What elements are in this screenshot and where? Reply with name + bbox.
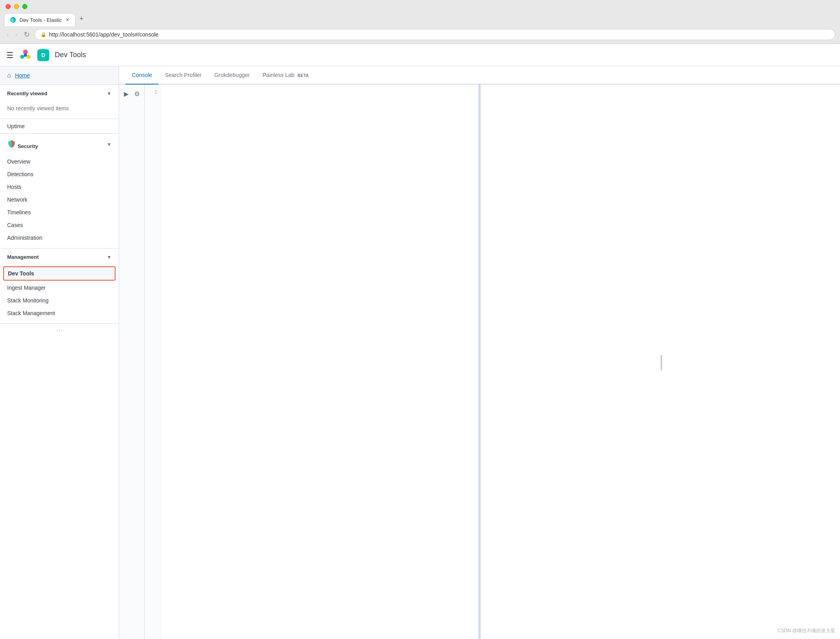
tab-painless-lab[interactable]: Painless Lab BETA — [256, 66, 315, 85]
svg-point-5 — [24, 54, 27, 57]
sidebar: ⌂ Home Recently viewed ▼ No recently vie… — [0, 66, 119, 639]
hosts-label: Hosts — [7, 184, 21, 190]
app-header: ☰ D Dev Tools — [0, 44, 840, 66]
active-browser-tab[interactable]: E Dev Tools - Elastic ✕ — [4, 13, 75, 26]
editor-gutter: 1 — [145, 85, 161, 639]
security-title: Security — [17, 143, 38, 149]
tab-grokdebugger[interactable]: Grokdebugger — [208, 66, 256, 85]
stack-management-label: Stack Management — [7, 310, 55, 316]
recently-viewed-title: Recently viewed — [7, 90, 47, 96]
new-tab-button[interactable]: + — [76, 12, 87, 26]
uptime-label: Uptime — [7, 123, 25, 129]
main-content: ⌂ Home Recently viewed ▼ No recently vie… — [0, 66, 840, 639]
fullscreen-traffic-light[interactable] — [22, 4, 27, 9]
tab-title: Dev Tools - Elastic — [19, 17, 62, 23]
security-section: Security ▼ Overview Detections Hosts — [0, 134, 119, 248]
cases-label: Cases — [7, 222, 23, 228]
management-title: Management — [7, 254, 39, 260]
security-section-icon-group: Security — [7, 139, 38, 150]
close-traffic-light[interactable] — [6, 4, 11, 9]
main-panel: Console Search Profiler Grokdebugger Pai… — [119, 66, 840, 639]
sidebar-item-administration[interactable]: Administration — [0, 231, 119, 244]
recently-viewed-chevron-icon: ▼ — [107, 91, 112, 96]
sidebar-item-dev-tools[interactable]: Dev Tools — [3, 266, 116, 281]
app-container: ☰ D Dev Tools ⌂ Home Recently viewed — [0, 44, 840, 639]
sidebar-item-network[interactable]: Network — [0, 193, 119, 206]
scroll-indicator: ⋯ — [0, 324, 119, 336]
recently-viewed-section: Recently viewed ▼ No recently viewed ite… — [0, 85, 119, 119]
url-text: http://localhost:5601/app/dev_tools#/con… — [49, 31, 158, 38]
nav-bar: ‹ › ↻ 🔒 http://localhost:5601/app/dev_to… — [0, 26, 840, 44]
sidebar-item-hosts[interactable]: Hosts — [0, 181, 119, 193]
tab-close-icon[interactable]: ✕ — [66, 17, 69, 23]
play-button[interactable]: ▶ — [122, 89, 130, 99]
management-header[interactable]: Management ▼ — [0, 248, 119, 264]
security-chevron-icon: ▼ — [107, 142, 112, 147]
sidebar-home-label: Home — [15, 72, 30, 79]
output-panel — [480, 85, 840, 639]
beta-badge: BETA — [298, 73, 309, 78]
tab-search-profiler[interactable]: Search Profiler — [158, 66, 208, 85]
security-content: Overview Detections Hosts Network Timeli… — [0, 154, 119, 248]
tab-favicon-icon: E — [10, 17, 16, 23]
output-resizer-handle[interactable] — [661, 355, 662, 371]
dev-tools-label: Dev Tools — [8, 270, 34, 277]
tab-console[interactable]: Console — [125, 66, 158, 85]
dev-tools-tab-bar: Console Search Profiler Grokdebugger Pai… — [119, 66, 840, 85]
sidebar-item-cases[interactable]: Cases — [0, 219, 119, 231]
editor-content[interactable] — [161, 85, 478, 639]
tab-console-label: Console — [132, 72, 152, 78]
detections-label: Detections — [7, 171, 33, 177]
overview-label: Overview — [7, 158, 30, 165]
security-header[interactable]: Security ▼ — [0, 134, 119, 154]
address-bar[interactable]: 🔒 http://localhost:5601/app/dev_tools#/c… — [35, 29, 835, 40]
sidebar-item-timelines[interactable]: Timelines — [0, 206, 119, 219]
administration-label: Administration — [7, 235, 42, 241]
management-section: Management ▼ Dev Tools Ingest Manager St… — [0, 248, 119, 324]
app-title: Dev Tools — [55, 51, 86, 59]
hamburger-button[interactable]: ☰ — [6, 50, 13, 60]
recently-viewed-content: No recently viewed items — [0, 100, 119, 119]
svg-point-3 — [20, 55, 24, 59]
traffic-lights — [0, 0, 840, 12]
ingest-manager-label: Ingest Manager — [7, 285, 46, 291]
recently-viewed-header[interactable]: Recently viewed ▼ — [0, 85, 119, 100]
browser-chrome: E Dev Tools - Elastic ✕ + ‹ › ↻ 🔒 http:/… — [0, 0, 840, 44]
sidebar-item-ingest-manager[interactable]: Ingest Manager — [0, 281, 119, 294]
tab-painless-lab-label: Painless Lab — [262, 72, 294, 78]
sidebar-item-stack-monitoring[interactable]: Stack Monitoring — [0, 294, 119, 307]
back-button[interactable]: ‹ — [5, 29, 10, 40]
sidebar-item-stack-management[interactable]: Stack Management — [0, 307, 119, 320]
reload-button[interactable]: ↻ — [22, 29, 31, 40]
management-chevron-icon: ▼ — [107, 254, 112, 260]
watermark: CSDN @哦也不懂的派大星 — [777, 627, 835, 634]
minimize-traffic-light[interactable] — [14, 4, 19, 9]
line-number-1: 1 — [154, 89, 157, 95]
no-recently-viewed-label: No recently viewed items — [0, 102, 119, 115]
tab-search-profiler-label: Search Profiler — [165, 72, 202, 78]
editor-toolbar: ▶ ⚙ — [119, 85, 145, 639]
avatar-label: D — [41, 52, 45, 58]
sidebar-item-detections[interactable]: Detections — [0, 168, 119, 181]
tab-bar: E Dev Tools - Elastic ✕ + — [0, 12, 840, 26]
forward-button[interactable]: › — [13, 29, 19, 40]
timelines-label: Timelines — [7, 209, 31, 216]
lock-icon: 🔒 — [40, 32, 46, 37]
svg-point-4 — [27, 55, 31, 59]
management-content: Dev Tools Ingest Manager Stack Monitorin… — [0, 264, 119, 323]
sidebar-home-item[interactable]: ⌂ Home — [0, 66, 119, 85]
stack-monitoring-label: Stack Monitoring — [7, 297, 48, 304]
avatar[interactable]: D — [37, 49, 49, 61]
network-label: Network — [7, 196, 27, 203]
sidebar-item-uptime[interactable]: Uptime — [0, 119, 119, 134]
wrench-button[interactable]: ⚙ — [133, 89, 141, 99]
security-logo-icon — [7, 139, 16, 148]
editor-area: ▶ ⚙ 1 — [119, 85, 840, 639]
tab-grokdebugger-label: Grokdebugger — [214, 72, 250, 78]
input-panel: ▶ ⚙ 1 — [119, 85, 479, 639]
svg-text:E: E — [12, 18, 14, 22]
elastic-logo-icon — [19, 49, 32, 62]
sidebar-item-overview[interactable]: Overview — [0, 155, 119, 168]
home-icon: ⌂ — [7, 72, 11, 79]
